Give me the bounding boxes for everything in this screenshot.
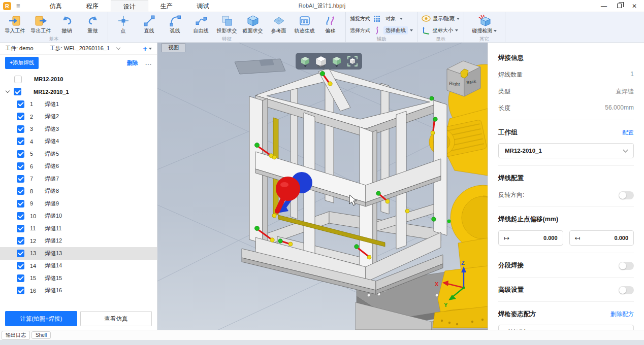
list-item-weld-15[interactable]: 15焊缝15 (0, 272, 157, 285)
add-weld-button[interactable]: +添加焊线 (5, 57, 39, 69)
display-mode-button[interactable] (330, 54, 344, 68)
workgroup-select[interactable]: MR12-2010_1 (498, 143, 634, 158)
checkbox-checked-icon[interactable] (17, 125, 24, 133)
projection-intersect-button[interactable]: 投影求交 (214, 13, 240, 34)
chevron-down-icon (410, 29, 413, 31)
wire-config-title: 焊线配置 (498, 174, 634, 183)
chevron-down-icon[interactable] (149, 48, 152, 50)
checkbox-checked-icon[interactable] (14, 88, 21, 95)
shaded-view-button[interactable] (298, 54, 312, 68)
coord-size-control[interactable]: 坐标大小 (422, 25, 460, 36)
more-options-button[interactable]: ... (145, 59, 152, 66)
show-hide-control[interactable]: 显示/隐藏 (422, 14, 460, 24)
snap-mode-control[interactable]: 捕捉方式 对象 (350, 14, 413, 24)
collision-detect-button[interactable]: 碰撞检测 (466, 13, 503, 34)
reference-plane-button[interactable]: 参考面 (266, 13, 292, 34)
checkbox-unchecked-icon[interactable] (14, 76, 22, 83)
tree-group-mr12-2010-1[interactable]: MR12-2010_1 (0, 86, 157, 98)
select-mode-control[interactable]: 选择方式 选择曲线 (350, 25, 413, 36)
ribbon-group-basic: 导入工件 导出工件 撤销 重做 基本 (0, 12, 108, 42)
view-cube[interactable]: Right Back (447, 61, 480, 96)
list-item-weld-4[interactable]: 4焊缝4 (0, 135, 157, 148)
chevron-down-icon[interactable] (116, 46, 120, 50)
list-item-weld-9[interactable]: 9焊缝9 (0, 197, 157, 210)
delete-recipe-link[interactable]: 删除配方 (610, 310, 634, 318)
add-step-button[interactable]: + (143, 45, 147, 52)
checkbox-checked-icon[interactable] (17, 250, 24, 257)
start-offset-input[interactable]: ↦ 0.000 (498, 230, 563, 246)
recipe-select[interactable]: 默认配方 (498, 325, 634, 330)
weld-properties-panel: 焊接信息 焊线数量 1 类型 直焊缝 长度 56.000mm 工作组 配置 MR… (488, 43, 644, 330)
3d-scene[interactable]: Z X Y Right Back (157, 43, 488, 330)
delete-weld-button[interactable]: 删除 (127, 59, 138, 67)
checkbox-checked-icon[interactable] (17, 137, 24, 145)
output-log-tab[interactable]: 输出日志 (2, 331, 30, 340)
configure-link[interactable]: 配置 (622, 129, 634, 136)
advanced-settings-toggle[interactable] (619, 286, 634, 294)
list-item-weld-7[interactable]: 7焊缝7 (0, 172, 157, 185)
free-line-button[interactable]: 自由线 (188, 13, 214, 34)
offset-button[interactable]: 偏移 (317, 13, 343, 34)
checkbox-checked-icon[interactable] (17, 212, 24, 220)
tab-design[interactable]: 设计 (111, 0, 148, 12)
end-offset-input[interactable]: ↤ 0.000 (569, 230, 634, 246)
document-title: RobAI_设计1.hbprj (299, 2, 345, 10)
maximize-button[interactable] (617, 4, 622, 8)
expand-chevron-icon[interactable] (6, 89, 10, 93)
checkbox-checked-icon[interactable] (17, 274, 24, 282)
close-button[interactable]: ✕ (632, 0, 637, 12)
checkbox-checked-icon[interactable] (17, 187, 24, 195)
view-simulation-button[interactable]: 查看仿真 (80, 311, 152, 326)
list-item-weld-13-selected[interactable]: 13焊缝13 (0, 247, 157, 260)
arc-button[interactable]: 弧线 (162, 13, 188, 34)
weld-length-row: 长度 56.000mm (498, 104, 634, 113)
svg-text:X: X (435, 281, 439, 287)
list-item-weld-10[interactable]: 10焊缝10 (0, 210, 157, 223)
3d-viewport[interactable]: Z X Y Right Back 视图 Solid (157, 43, 488, 330)
checkbox-checked-icon[interactable] (17, 150, 24, 158)
checkbox-checked-icon[interactable] (17, 162, 24, 170)
line-button[interactable]: 直线 (136, 13, 162, 34)
compute-button[interactable]: 计算(拍照+焊接) (5, 311, 77, 326)
checkbox-checked-icon[interactable] (17, 237, 24, 245)
trajectory-generate-button[interactable]: 轨迹生成 (292, 13, 317, 34)
list-item-weld-3[interactable]: 3焊缝3 (0, 123, 157, 135)
point-button[interactable]: 点 (110, 13, 136, 34)
checkbox-checked-icon[interactable] (17, 200, 24, 208)
checkbox-checked-icon[interactable] (17, 175, 24, 183)
tab-program[interactable]: 程序 (74, 0, 111, 12)
list-item-weld-12[interactable]: 12焊缝12 (0, 235, 157, 248)
checkbox-checked-icon[interactable] (17, 100, 24, 108)
checkbox-checked-icon[interactable] (17, 262, 24, 269)
fit-view-button[interactable] (345, 54, 360, 68)
checkbox-checked-icon[interactable] (17, 225, 24, 232)
list-item-weld-14[interactable]: 14焊缝14 (0, 260, 157, 272)
list-item-weld-16[interactable]: 16焊缝16 (0, 285, 157, 297)
shell-tab[interactable]: Shell (31, 331, 51, 339)
list-item-weld-1[interactable]: 1焊缝1 (0, 98, 157, 111)
list-item-weld-11[interactable]: 11焊缝11 (0, 222, 157, 235)
list-item-weld-2[interactable]: 2焊缝2 (0, 111, 157, 123)
tab-production[interactable]: 生产 (148, 0, 185, 12)
list-item-weld-6[interactable]: 6焊缝6 (0, 160, 157, 173)
export-workpiece-button[interactable]: 导出工件 (28, 13, 54, 34)
reverse-direction-toggle[interactable] (619, 191, 634, 199)
checkbox-checked-icon[interactable] (17, 287, 24, 294)
checkbox-checked-icon[interactable] (17, 113, 24, 120)
solid-view-button[interactable]: Solid (314, 54, 328, 68)
ribbon-group-feature: 点 直线 弧线 自由线 (108, 12, 346, 42)
redo-button[interactable]: 重做 (80, 13, 106, 34)
tab-simulation[interactable]: 仿真 (38, 0, 74, 12)
import-workpiece-button[interactable]: 导入工件 (2, 13, 28, 34)
list-item-weld-8[interactable]: 8焊缝8 (0, 185, 157, 198)
menu-icon[interactable]: ≡ (16, 2, 20, 10)
segment-weld-toggle[interactable] (619, 262, 634, 270)
minimize-button[interactable]: — (601, 0, 607, 12)
tab-debug[interactable]: 调试 (185, 0, 221, 12)
tab-view[interactable]: 视图 (162, 43, 185, 52)
undo-button[interactable]: 撤销 (54, 13, 80, 34)
tree-group-mr12-2010[interactable]: MR12-2010 (0, 73, 157, 86)
section-intersect-button[interactable]: 截面求交 (240, 13, 266, 34)
list-item-weld-5[interactable]: 5焊缝5 (0, 148, 157, 160)
reference-plane-icon (273, 14, 284, 27)
